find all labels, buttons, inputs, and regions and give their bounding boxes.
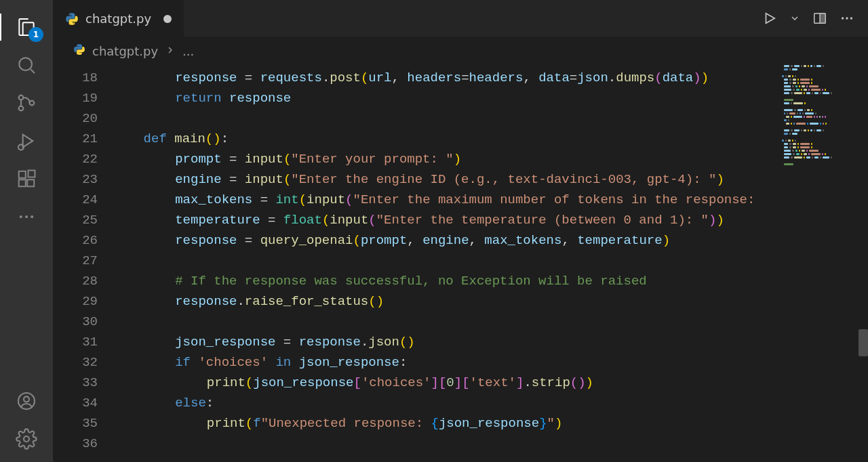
scroll-knob[interactable] bbox=[859, 329, 868, 356]
code-line[interactable]: json_response = response.json() bbox=[113, 332, 868, 352]
code-line[interactable]: response = query_openai(prompt, engine, … bbox=[113, 230, 868, 251]
line-number: 26 bbox=[53, 230, 98, 251]
line-number: 32 bbox=[53, 352, 98, 373]
code-content[interactable]: response = requests.post(url, headers=he… bbox=[113, 68, 868, 454]
code-line[interactable]: # If the response was successful, no Exc… bbox=[113, 271, 868, 291]
svg-point-18 bbox=[846, 17, 848, 19]
svg-point-11 bbox=[31, 215, 33, 218]
svg-point-0 bbox=[19, 58, 32, 70]
svg-rect-16 bbox=[821, 14, 825, 23]
line-number: 24 bbox=[53, 190, 98, 210]
tab-filename: chatgpt.py bbox=[85, 12, 151, 26]
line-number-gutter: 18192021222324252627282930313233343536 bbox=[53, 65, 113, 462]
tab-bar: chatgpt.py bbox=[53, 0, 868, 37]
editor-area[interactable]: 18192021222324252627282930313233343536 r… bbox=[53, 65, 868, 462]
code-line[interactable]: response.raise_for_status() bbox=[113, 291, 868, 312]
svg-point-19 bbox=[850, 17, 852, 19]
line-number: 31 bbox=[53, 332, 98, 352]
code-line[interactable] bbox=[113, 434, 868, 454]
code-line[interactable]: print(json_response['choices'][0]['text'… bbox=[113, 373, 868, 393]
code-line[interactable]: else: bbox=[113, 393, 868, 413]
python-file-icon bbox=[65, 12, 79, 26]
line-number: 33 bbox=[53, 373, 98, 393]
scrollbar[interactable] bbox=[859, 65, 868, 462]
breadcrumb-filename: chatgpt.py bbox=[92, 44, 158, 58]
svg-rect-7 bbox=[27, 180, 34, 186]
line-number: 25 bbox=[53, 210, 98, 230]
run-dropdown-icon[interactable] bbox=[789, 13, 800, 24]
line-number: 28 bbox=[53, 271, 98, 291]
line-number: 21 bbox=[53, 129, 98, 149]
breadcrumb[interactable]: chatgpt.py ... bbox=[53, 37, 868, 65]
line-number: 20 bbox=[53, 108, 98, 129]
svg-point-2 bbox=[19, 106, 24, 111]
line-number: 34 bbox=[53, 393, 98, 413]
chevron-right-icon bbox=[165, 44, 176, 58]
code-line[interactable]: print(f"Unexpected response: {json_respo… bbox=[113, 413, 868, 434]
line-number: 29 bbox=[53, 291, 98, 312]
svg-rect-8 bbox=[28, 171, 35, 177]
accounts-icon[interactable] bbox=[0, 382, 53, 420]
run-button[interactable] bbox=[762, 11, 777, 26]
line-number: 23 bbox=[53, 169, 98, 190]
code-line[interactable]: if 'choices' in json_response: bbox=[113, 352, 868, 373]
tab-chatgpt-py[interactable]: chatgpt.py bbox=[53, 0, 184, 37]
svg-point-14 bbox=[24, 436, 29, 442]
code-line[interactable]: prompt = input("Enter your prompt: ") bbox=[113, 149, 868, 169]
line-number: 30 bbox=[53, 312, 98, 332]
code-line[interactable] bbox=[113, 108, 868, 129]
code-line[interactable] bbox=[113, 312, 868, 332]
code-line[interactable]: def main(): bbox=[113, 129, 868, 149]
code-line[interactable] bbox=[113, 251, 868, 271]
settings-gear-icon[interactable] bbox=[0, 420, 53, 458]
extensions-icon[interactable] bbox=[0, 160, 53, 198]
dirty-indicator-icon bbox=[163, 15, 172, 23]
explorer-badge: 1 bbox=[28, 27, 43, 42]
svg-rect-5 bbox=[19, 171, 26, 178]
more-icon[interactable] bbox=[0, 198, 53, 236]
breadcrumb-more: ... bbox=[182, 44, 194, 58]
code-line[interactable]: return response bbox=[113, 88, 868, 108]
explorer-icon[interactable]: 1 bbox=[0, 8, 53, 46]
more-actions-icon[interactable] bbox=[840, 11, 854, 26]
code-line[interactable]: engine = input("Enter the engine ID (e.g… bbox=[113, 169, 868, 190]
line-number: 36 bbox=[53, 434, 98, 454]
editor-actions bbox=[762, 0, 868, 37]
python-file-icon bbox=[73, 43, 85, 58]
svg-point-10 bbox=[25, 215, 28, 218]
svg-rect-6 bbox=[19, 180, 26, 186]
code-line[interactable]: max_tokens = int(input("Enter the maximu… bbox=[113, 190, 868, 210]
code-line[interactable]: response = requests.post(url, headers=he… bbox=[113, 68, 868, 88]
activity-bar: 1 bbox=[0, 0, 53, 462]
run-debug-icon[interactable] bbox=[0, 122, 53, 160]
split-editor-icon[interactable] bbox=[812, 11, 827, 26]
search-icon[interactable] bbox=[0, 46, 53, 84]
line-number: 27 bbox=[53, 251, 98, 271]
svg-point-13 bbox=[24, 396, 29, 402]
source-control-icon[interactable] bbox=[0, 84, 53, 122]
line-number: 18 bbox=[53, 68, 98, 88]
line-number: 35 bbox=[53, 413, 98, 434]
line-number: 22 bbox=[53, 149, 98, 169]
line-number: 19 bbox=[53, 88, 98, 108]
code-line[interactable]: temperature = float(input("Enter the tem… bbox=[113, 210, 868, 230]
minimap[interactable] bbox=[777, 65, 865, 173]
svg-point-1 bbox=[19, 96, 24, 100]
svg-point-17 bbox=[842, 17, 844, 19]
svg-point-9 bbox=[20, 215, 22, 218]
